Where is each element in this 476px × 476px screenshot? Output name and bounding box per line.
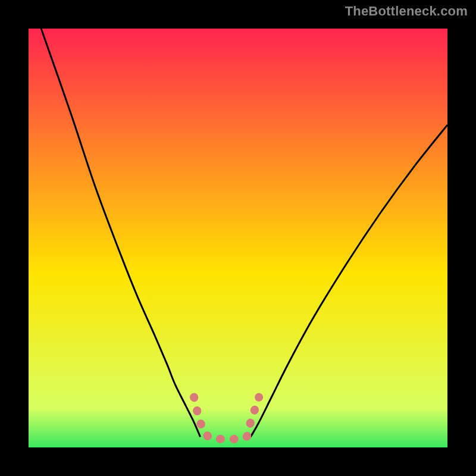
bottleneck-chart xyxy=(0,0,476,476)
plot-frame xyxy=(14,14,462,462)
watermark-text: TheBottleneck.com xyxy=(345,4,468,19)
chart-container: TheBottleneck.com xyxy=(0,0,476,476)
